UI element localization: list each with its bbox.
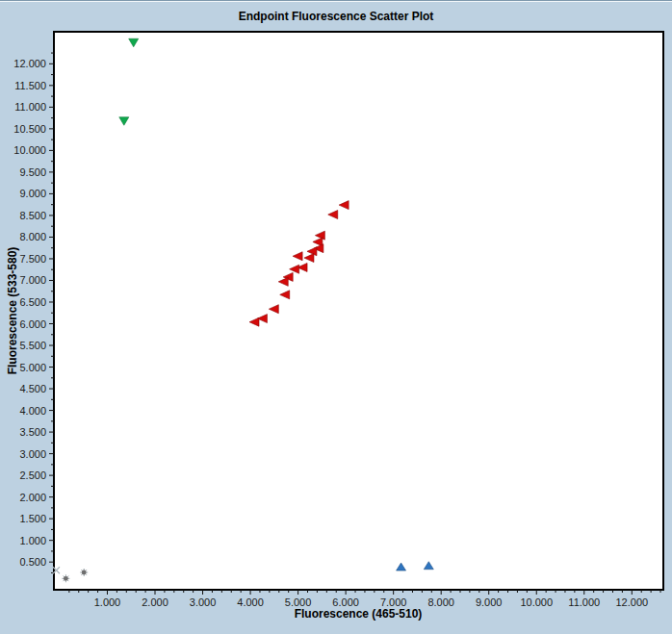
y-tick-label: 7.500 (19, 253, 46, 265)
y-tick-label: 7.000 (19, 274, 46, 286)
window: Endpoint Fluorescence Scatter Plot 1.000… (0, 0, 672, 634)
y-tick-label: 4.500 (19, 383, 46, 394)
y-tick-label: 9.500 (19, 166, 46, 178)
y-tick-label: 5.000 (19, 362, 46, 373)
y-tick-label: 5.500 (19, 340, 46, 351)
data-point-gray-asterisk[interactable] (82, 571, 87, 575)
y-tick-label: 10.000 (13, 144, 46, 156)
x-tick-label: 11.000 (568, 596, 600, 608)
y-tick-label: 6.000 (19, 318, 46, 330)
x-axis-title: Fluorescence (465-510) (295, 607, 423, 621)
y-tick-label: 1.000 (19, 535, 46, 546)
y-tick-label: 11.500 (14, 80, 46, 91)
y-tick-label: 9.000 (19, 188, 46, 199)
y-tick-label: 8.500 (19, 210, 46, 221)
x-tick-label: 10.000 (520, 596, 553, 608)
x-tick-label: 1.000 (94, 596, 121, 608)
x-tick-label: 4.000 (237, 596, 264, 608)
x-tick-label: 12.000 (615, 596, 648, 608)
y-tick-label: 10.500 (13, 123, 46, 135)
y-tick-label: 4.000 (19, 405, 46, 417)
scatter-plot-canvas[interactable]: 1.0002.0003.0004.0005.0006.0007.0008.000… (0, 0, 672, 634)
y-tick-label: 11.000 (14, 101, 46, 113)
x-tick-label: 9.000 (476, 596, 503, 608)
y-tick-label: 2.000 (19, 492, 46, 503)
x-tick-label: 2.000 (142, 596, 168, 608)
y-tick-label: 6.500 (19, 296, 46, 308)
y-tick-label: 0.500 (19, 556, 46, 568)
plot-area[interactable] (54, 32, 663, 590)
y-tick-label: 3.000 (19, 448, 46, 460)
y-tick-label: 2.500 (19, 469, 46, 481)
y-axis-title: Fluorescence (533-580) (6, 247, 19, 375)
y-tick-label: 1.500 (19, 513, 46, 524)
y-tick-label: 3.500 (19, 426, 46, 438)
x-tick-label: 8.000 (427, 596, 454, 608)
y-tick-label: 12.000 (13, 58, 46, 69)
data-point-gray-asterisk[interactable] (64, 576, 68, 581)
y-tick-label: 8.000 (19, 231, 46, 242)
x-tick-label: 3.000 (190, 596, 217, 608)
